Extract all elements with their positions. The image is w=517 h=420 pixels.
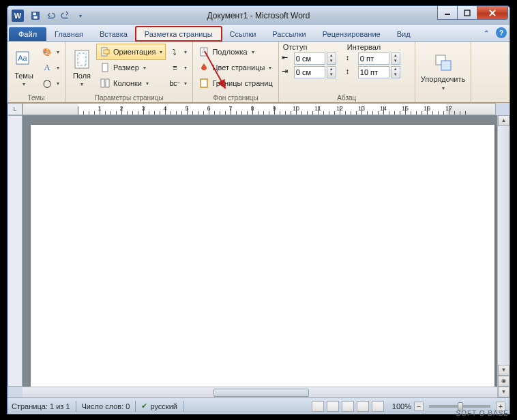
zoom-out-button[interactable]: −: [414, 402, 424, 411]
group-label-arrange: [418, 100, 468, 102]
tab-review[interactable]: Рецензирование: [314, 27, 389, 41]
tab-mailings[interactable]: Рассылки: [264, 27, 314, 41]
undo-icon[interactable]: [44, 10, 57, 22]
page-color-button[interactable]: Цвет страницы▾: [196, 60, 275, 75]
spacing-before-spinner[interactable]: ↕▲▼: [346, 52, 400, 65]
scroll-up-icon[interactable]: ▲: [498, 115, 509, 126]
tab-page-layout[interactable]: Разметка страницы: [136, 27, 222, 41]
ruler-corner[interactable]: L: [8, 103, 23, 115]
breaks-button[interactable]: ⤵▾: [166, 44, 190, 59]
save-icon[interactable]: [29, 10, 42, 22]
minimize-button[interactable]: [437, 6, 458, 20]
spacing-before-input[interactable]: [358, 52, 389, 65]
dropdown-icon: ▾: [23, 81, 25, 87]
indent-left-spinner[interactable]: ⇤▲▼: [282, 52, 336, 65]
hyphenation-button[interactable]: bc⁻▾: [166, 76, 190, 91]
ribbon-toggle-icon[interactable]: ⌃: [481, 27, 492, 38]
view-print-layout-button[interactable]: [312, 401, 324, 412]
next-page-icon[interactable]: ▼: [498, 387, 509, 397]
indent-right-spinner[interactable]: ⇥▲▼: [282, 66, 336, 78]
tab-references[interactable]: Ссылки: [222, 27, 265, 41]
line-numbers-button[interactable]: ≡▾: [166, 60, 190, 75]
spacing-after-spinner[interactable]: ↕▲▼: [346, 66, 400, 78]
close-button[interactable]: [477, 6, 508, 20]
columns-label: Колонки: [113, 79, 142, 87]
effects-icon: ◯: [42, 78, 53, 89]
prev-page-icon[interactable]: ◉: [498, 376, 509, 387]
document-page[interactable]: [31, 125, 494, 415]
spacing-after-input[interactable]: [358, 66, 389, 78]
view-web-layout-button[interactable]: [342, 401, 354, 412]
proofing-icon[interactable]: ✔: [141, 402, 147, 410]
help-icon[interactable]: ?: [496, 27, 507, 38]
view-draft-button[interactable]: [372, 401, 384, 412]
svg-rect-20: [441, 61, 451, 70]
svg-rect-1: [33, 13, 36, 16]
theme-fonts-button[interactable]: A▾: [39, 60, 62, 75]
qat-dropdown-icon[interactable]: ▾: [74, 10, 87, 22]
columns-button[interactable]: Колонки▾: [97, 76, 165, 91]
vertical-ruler[interactable]: [8, 115, 23, 387]
vertical-scrollbar[interactable]: ▲ ▼ ◉ ▼: [497, 115, 509, 397]
svg-rect-4: [464, 10, 470, 16]
zoom-level[interactable]: 100%: [392, 402, 411, 410]
word-app-icon[interactable]: W: [12, 10, 24, 22]
spacing-before-icon: ↕: [346, 53, 357, 64]
orientation-button[interactable]: Ориентация▾: [97, 44, 165, 59]
status-page[interactable]: Страница: 1 из 1: [12, 402, 70, 410]
orientation-icon: [100, 46, 110, 57]
tab-view[interactable]: Вид: [389, 27, 419, 41]
arrange-icon: [432, 52, 454, 74]
tab-insert[interactable]: Вставка: [91, 27, 136, 41]
themes-button[interactable]: Aa Темы ▾: [10, 43, 38, 93]
horizontal-scrollbar[interactable]: [23, 387, 497, 397]
spacing-after-icon: ↕: [346, 67, 357, 78]
status-language[interactable]: русский: [150, 402, 177, 410]
indent-left-icon: ⇤: [282, 53, 293, 64]
horizontal-ruler[interactable]: 1234567891011121314151617: [23, 103, 496, 115]
group-label-page-setup: Параметры страницы: [68, 93, 190, 102]
colors-icon: 🎨: [42, 46, 53, 57]
indent-right-icon: ⇥: [282, 67, 293, 78]
svg-rect-12: [104, 50, 109, 54]
svg-rect-18: [201, 79, 207, 87]
orientation-label: Ориентация: [113, 48, 156, 56]
view-outline-button[interactable]: [357, 401, 369, 412]
watermark-button[interactable]: AПодложка▾: [196, 44, 275, 59]
line-numbers-icon: ≡: [169, 62, 180, 73]
maximize-button[interactable]: [457, 6, 477, 20]
themes-icon: Aa: [13, 48, 35, 70]
page-borders-icon: [198, 78, 209, 89]
svg-text:A: A: [202, 47, 207, 55]
hyphenation-icon: bc⁻: [169, 78, 180, 89]
redo-icon[interactable]: [59, 10, 72, 22]
zoom-thumb[interactable]: [458, 402, 463, 410]
window-controls: [438, 6, 508, 20]
svg-rect-15: [106, 79, 109, 87]
indent-right-input[interactable]: [294, 66, 325, 78]
spacing-label: Интервал: [347, 43, 381, 51]
zoom-slider[interactable]: [429, 405, 490, 408]
theme-colors-button[interactable]: 🎨▾: [39, 44, 62, 59]
document-area: ▲ ▼ ◉ ▼: [23, 115, 509, 397]
size-label: Размер: [113, 63, 139, 72]
arrange-button[interactable]: Упорядочить ▾: [418, 43, 468, 100]
page-borders-label: Границы страниц: [212, 79, 272, 87]
page-borders-button[interactable]: Границы страниц: [196, 76, 275, 91]
svg-rect-13: [102, 63, 108, 72]
margins-label: Поля: [73, 72, 91, 80]
group-arrange: Упорядочить ▾: [415, 42, 471, 102]
size-button[interactable]: Размер▾: [97, 60, 165, 75]
margins-button[interactable]: Поля ▾: [68, 43, 95, 93]
ribbon: Aa Темы ▾ 🎨▾ A▾ ◯▾ Темы Поля ▾: [8, 42, 509, 103]
indent-left-input[interactable]: [294, 52, 325, 65]
scroll-down-icon[interactable]: ▼: [498, 365, 509, 376]
hscroll-thumb[interactable]: [213, 389, 309, 397]
status-word-count[interactable]: Число слов: 0: [82, 402, 130, 410]
tab-home[interactable]: Главная: [46, 27, 91, 41]
view-full-screen-button[interactable]: [327, 401, 339, 412]
theme-effects-button[interactable]: ◯▾: [39, 76, 62, 91]
svg-text:Aa: Aa: [18, 54, 27, 62]
group-paragraph: Отступ ⇤▲▼ ⇥▲▼ Интервал ↕▲▼ ↕▲▼ Абзац: [279, 42, 415, 102]
tab-file[interactable]: Файл: [9, 27, 46, 41]
